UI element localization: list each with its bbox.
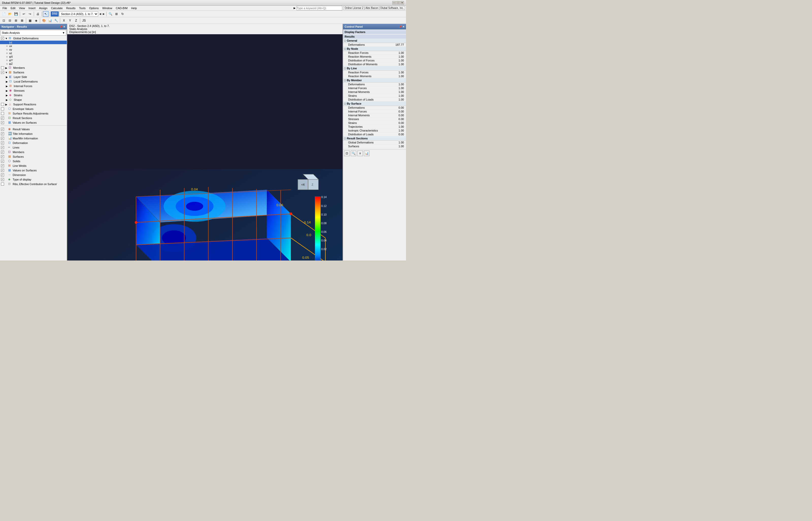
tree-item-support-reactions[interactable]: ▶ ⊥ Support Reactions	[0, 102, 67, 107]
tree-item-result-sections[interactable]: ⊡ Result Sections	[0, 116, 67, 120]
tb2-7[interactable]: 🎨	[41, 18, 47, 23]
tb2-4[interactable]: ⊠	[19, 18, 25, 23]
radio-uz[interactable]: ○	[6, 51, 9, 54]
checkbox-values-on-surfaces2[interactable]	[1, 169, 4, 172]
tree-item-line-welds[interactable]: ⊠ Line Welds	[0, 163, 67, 168]
print-btn[interactable]: 🖨	[35, 11, 41, 17]
zoom-all-btn[interactable]: ⊞	[114, 11, 119, 17]
menu-file[interactable]: File	[1, 6, 9, 10]
expand-internal-forces[interactable]: ▶	[5, 85, 8, 88]
tree-item-uz[interactable]: ○ uz	[0, 51, 67, 55]
checkbox-surfaces-nav[interactable]	[1, 155, 4, 158]
cp-close-btn[interactable]: ✕	[402, 25, 404, 28]
tree-item-ribs[interactable]: ⊟ Ribs, Effective Contribution on Surfac…	[0, 182, 67, 186]
cp-action-4[interactable]: 📊	[364, 151, 369, 156]
tree-item-surface-results-adj[interactable]: ⊞ Surface Results Adjustments	[0, 111, 67, 116]
checkbox-support-reactions[interactable]	[1, 103, 4, 106]
expand-stresses[interactable]: ▶	[5, 89, 8, 92]
menu-options[interactable]: Options	[88, 6, 100, 10]
cp-resultsections-header[interactable]: □ Result Sections	[343, 136, 406, 141]
tree-item-shape[interactable]: ▶ ◇ Shape	[0, 97, 67, 102]
menu-calculate[interactable]: Calculate	[49, 6, 64, 10]
expand-global-deformations[interactable]: ▼	[5, 37, 8, 40]
checkbox-lines-nav[interactable]	[1, 146, 4, 149]
tree-item-dimension[interactable]: ↔ Dimension	[0, 173, 67, 177]
radio-phix[interactable]: ○	[6, 55, 9, 58]
tree-item-layer-side[interactable]: ▶ ◧ Layer Side	[0, 75, 67, 79]
checkbox-type-of-display[interactable]	[1, 178, 4, 181]
section-combo[interactable]: Section 2.4 (ASD), 1. to 7.	[59, 12, 98, 17]
checkbox-solids[interactable]	[1, 160, 4, 163]
cp-byline-header[interactable]: □ By Line	[343, 66, 406, 71]
checkbox-deformation[interactable]	[1, 141, 4, 144]
radio-phiz[interactable]: ○	[6, 62, 9, 65]
tree-item-values-on-surfaces[interactable]: ▦ Values on Surfaces	[0, 120, 67, 125]
ds-badge[interactable]: DS2	[51, 12, 58, 17]
tree-item-stresses[interactable]: ▶ ◉ Stresses	[0, 88, 67, 93]
cp-action-1[interactable]: ⊡	[344, 151, 350, 156]
checkbox-envelope-values[interactable]	[1, 107, 4, 110]
menu-cad-bim[interactable]: CAD-BIM	[114, 6, 129, 10]
menu-window[interactable]: Window	[101, 6, 114, 10]
tree-item-strains[interactable]: ▶ ◈ Strains	[0, 93, 67, 97]
tree-item-members[interactable]: ▶ ⊡ Members	[0, 66, 67, 70]
tree-item-members-nav[interactable]: ⊡ Members	[0, 150, 67, 154]
tree-item-result-values[interactable]: ◉ Result Values	[0, 127, 67, 132]
tree-item-uy[interactable]: ○ uy	[0, 48, 67, 51]
nav-close-btn[interactable]: ✕	[63, 25, 65, 28]
tree-item-global-deformations[interactable]: ▼ ⊞ Global Deformations	[0, 36, 67, 41]
redo-btn[interactable]: ↪	[27, 11, 33, 17]
tb2-8[interactable]: 📊	[47, 18, 53, 23]
cp-bysurface-header[interactable]: □ By Surface	[343, 101, 406, 106]
cp-bymember-header[interactable]: □ By Member	[343, 78, 406, 83]
expand-members[interactable]: ▶	[5, 66, 8, 69]
expand-strains[interactable]: ▶	[5, 94, 8, 97]
undo-btn[interactable]: ↩	[21, 11, 27, 17]
tree-item-maxmin-information[interactable]: 📊 Max/Min Information	[0, 136, 67, 141]
expand-shape[interactable]: ▶	[5, 98, 8, 101]
radio-uy[interactable]: ○	[6, 48, 9, 51]
tree-item-title-information[interactable]: 🔤 Title Information	[0, 132, 67, 136]
checkbox-surface-results-adj[interactable]	[1, 112, 4, 115]
menu-assign[interactable]: Assign	[38, 6, 49, 10]
tree-item-envelope-values[interactable]: ⬡ Envelope Values	[0, 107, 67, 111]
tree-item-ux[interactable]: ○ ux	[0, 44, 67, 48]
menu-insert[interactable]: Insert	[27, 6, 37, 10]
checkbox-dimension[interactable]	[1, 174, 4, 177]
menu-help[interactable]: Help	[130, 6, 139, 10]
tb2-9[interactable]: 🔧	[53, 18, 59, 23]
radio-ux[interactable]: ○	[6, 44, 9, 47]
tb2-1[interactable]: ⊡	[1, 18, 7, 23]
tree-item-surfaces[interactable]: ▼ ▦ Surfaces	[0, 70, 67, 75]
tree-item-deformation[interactable]: ⊡ Deformation	[0, 141, 67, 145]
radio-phiy[interactable]: ○	[6, 59, 9, 62]
cp-action-3[interactable]: ≡	[357, 151, 363, 156]
menu-edit[interactable]: Edit	[9, 6, 17, 10]
cp-general-header[interactable]: □ General	[343, 39, 406, 43]
tb2-10[interactable]: X	[61, 18, 67, 23]
minimize-btn[interactable]: —	[392, 1, 396, 5]
checkbox-global-deformations[interactable]	[1, 37, 4, 40]
checkbox-maxmin-information[interactable]	[1, 137, 4, 140]
tb2-3[interactable]: ⊞	[13, 18, 19, 23]
tree-item-phiz[interactable]: ○ φZ	[0, 62, 67, 66]
tb2-5[interactable]: ▦	[27, 18, 33, 23]
checkbox-ribs[interactable]	[1, 183, 4, 186]
radio-u[interactable]: ●	[6, 41, 9, 44]
cp-action-2[interactable]: 🔍	[351, 151, 356, 156]
checkbox-line-welds[interactable]	[1, 164, 4, 167]
expand-support-reactions[interactable]: ▶	[5, 103, 8, 106]
tb2-6[interactable]: ◈	[33, 18, 39, 23]
menu-tools[interactable]: Tools	[77, 6, 87, 10]
tb2-11[interactable]: Y	[67, 18, 73, 23]
tree-item-phiy[interactable]: ○ φY	[0, 59, 67, 62]
zoom-btn[interactable]: 🔍	[108, 11, 113, 17]
checkbox-surfaces[interactable]	[1, 71, 4, 74]
menu-view[interactable]: View	[18, 6, 27, 10]
tree-item-phix[interactable]: ○ φX	[0, 55, 67, 59]
checkbox-members-nav[interactable]	[1, 151, 4, 154]
tb2-12[interactable]: Z	[73, 18, 79, 23]
tree-item-type-of-display[interactable]: ◈ Type of display	[0, 177, 67, 182]
next-section-btn[interactable]: ▶	[102, 12, 105, 16]
rotate-btn[interactable]: ↻	[120, 11, 125, 17]
